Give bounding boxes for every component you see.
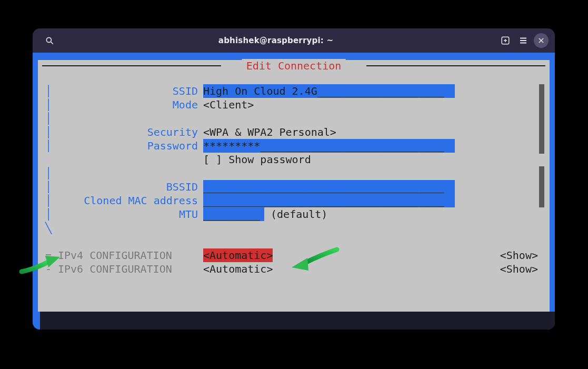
mode-value[interactable]: <Client> — [203, 98, 254, 112]
form-rows: │ SSID High On Cloud 2.4G_______________… — [45, 84, 542, 276]
ipv6-config-value[interactable]: <Automatic> — [203, 262, 273, 276]
row-security: │ Security <WPA & WPA2 Personal> — [45, 125, 542, 139]
gutter-angle: ╲ — [45, 221, 58, 235]
panel-border-top-right — [366, 65, 545, 66]
gutter-pipe: │ — [45, 194, 58, 207]
gutter-pipe: │ — [45, 166, 58, 180]
show-password-checkbox[interactable]: [ ] Show password — [203, 153, 311, 166]
svg-line-1 — [51, 42, 53, 44]
row-gap — [45, 235, 542, 248]
row-password: │ Password *********____________________… — [45, 139, 542, 153]
row-bssid: │ BSSID ________________________________… — [45, 180, 542, 194]
bssid-label: BSSID — [58, 180, 203, 194]
svg-point-0 — [46, 37, 51, 42]
row-ssid: │ SSID High On Cloud 2.4G_______________… — [45, 84, 542, 98]
new-tab-icon — [501, 36, 510, 45]
gutter-pipe: │ — [45, 180, 58, 194]
gutter-pipe — [45, 153, 58, 166]
row-blank: │ — [45, 166, 542, 180]
edit-connection-panel: Edit Connection │ SSID High On Cloud 2.4… — [38, 60, 550, 324]
terminal-window: abhishek@raspberrypi: ~ — [33, 28, 555, 330]
cloned-mac-input[interactable]: ______________________________________ — [203, 194, 455, 207]
terminal-bottom — [33, 312, 555, 330]
mode-label: Mode — [58, 98, 203, 112]
search-icon — [45, 36, 54, 45]
ipv4-show-toggle[interactable]: <Show> — [500, 248, 538, 262]
gutter-pipe: │ — [45, 98, 58, 112]
gutter-pipe: │ — [45, 84, 58, 98]
row-cloned-mac: │ Cloned MAC address ___________________… — [45, 194, 542, 207]
mtu-label: MTU — [58, 207, 203, 221]
row-mtu: │ MTU _________ (default) — [45, 207, 542, 221]
security-label: Security — [58, 125, 203, 139]
mtu-default-text: (default) — [264, 207, 327, 221]
ssid-label: SSID — [58, 84, 203, 98]
password-label: Password — [58, 139, 203, 153]
gutter-pipe: │ — [45, 207, 58, 221]
cloned-mac-label: Cloned MAC address — [58, 194, 203, 207]
terminal-bottom-blue — [33, 312, 40, 330]
mtu-input[interactable]: _________ — [203, 207, 264, 221]
panel-title: Edit Connection — [242, 59, 346, 73]
ipv6-prefix: - — [45, 262, 58, 276]
gutter-pipe: │ — [45, 112, 58, 125]
titlebar: abhishek@raspberrypi: ~ — [33, 28, 555, 53]
ipv4-config-value[interactable]: <Automatic> — [203, 248, 273, 262]
row-show-password: [ ] Show password — [45, 153, 542, 166]
ipv6-show-toggle[interactable]: <Show> — [500, 262, 538, 276]
gutter-pipe: │ — [45, 125, 58, 139]
security-value[interactable]: <WPA & WPA2 Personal> — [203, 125, 336, 139]
hamburger-icon — [519, 36, 528, 45]
spacer — [58, 153, 203, 166]
search-button[interactable] — [42, 33, 57, 48]
row-angle: ╲ — [45, 221, 542, 235]
new-tab-button[interactable] — [498, 33, 513, 48]
row-ipv6: - IPv6 CONFIGURATION <Automatic> — [45, 262, 542, 276]
ipv4-section-label[interactable]: IPv4 CONFIGURATION — [58, 248, 203, 262]
password-input[interactable]: *********_____________________________ — [203, 139, 455, 153]
menu-button[interactable] — [516, 33, 531, 48]
window-title: abhishek@raspberrypi: ~ — [57, 36, 495, 45]
row-mode: │ Mode <Client> — [45, 98, 542, 112]
panel-border-top-left — [42, 65, 221, 66]
gutter-pipe: │ — [45, 139, 58, 153]
terminal-body: Edit Connection │ SSID High On Cloud 2.4… — [33, 53, 555, 330]
close-icon — [537, 37, 545, 44]
row-ipv4: = IPv4 CONFIGURATION <Automatic> — [45, 248, 542, 262]
row-blank: │ — [45, 112, 542, 125]
close-button[interactable] — [534, 33, 549, 48]
ssid-input[interactable]: High On Cloud 2.4G____________________ — [203, 84, 455, 98]
bssid-input[interactable]: ______________________________________ — [203, 180, 455, 194]
ipv6-section-label[interactable]: IPv6 CONFIGURATION — [58, 262, 203, 276]
ipv4-prefix: = — [45, 248, 58, 262]
